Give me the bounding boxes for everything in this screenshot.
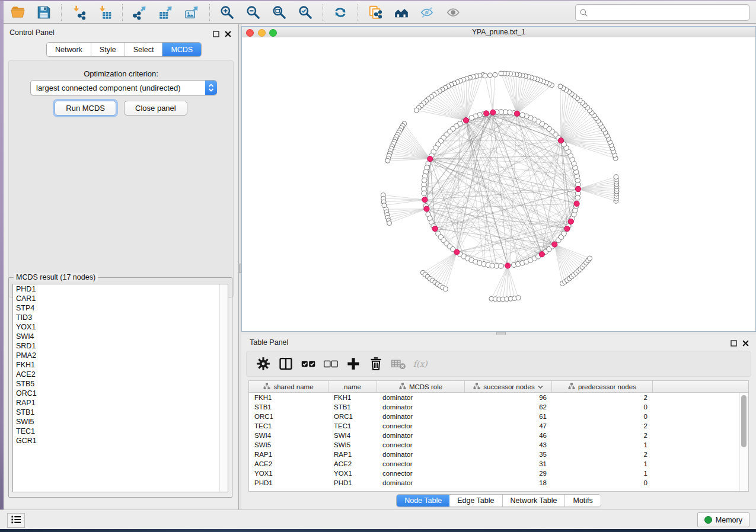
attribute-browser-button[interactable] [390,3,413,22]
table-cell[interactable]: 0 [552,413,653,420]
export-image-button[interactable] [180,3,204,22]
table-cell[interactable]: YOX1 [328,470,377,477]
table-scrollbar-thumb[interactable] [741,395,747,447]
table-cell[interactable]: 29 [465,470,552,477]
table-row[interactable]: SWI5SWI5connector431 [249,440,748,450]
table-cell[interactable]: connector [377,441,465,448]
float-table-panel-icon[interactable] [731,338,737,349]
table-cell[interactable]: 43 [465,441,552,448]
table-row[interactable]: TEC1TEC1connector472 [249,421,748,431]
zoom-fit-button[interactable] [267,3,291,22]
table-cell[interactable]: 31 [465,460,552,467]
tab-mcds[interactable]: MCDS [162,43,201,56]
table-cell[interactable]: dominator [377,479,465,486]
deselect-all-button[interactable] [323,355,339,373]
run-mcds-button[interactable]: Run MCDS [55,101,116,116]
mcds-result-item[interactable]: PMA2 [13,351,228,360]
network-canvas[interactable] [242,37,755,331]
add-row-button[interactable] [345,355,362,373]
tab-select[interactable]: Select [125,43,163,56]
network-from-selection-button[interactable] [363,3,387,22]
export-network-button[interactable] [128,3,152,22]
columns-button[interactable] [277,355,294,373]
close-panel-icon[interactable] [225,29,231,40]
refresh-button[interactable] [328,3,352,22]
table-cell[interactable]: YOX1 [249,470,328,477]
zoom-in-button[interactable] [215,3,239,22]
table-cell[interactable]: dominator [377,403,465,411]
table-cell[interactable]: ACE2 [249,460,328,467]
mcds-result-item[interactable]: YOX1 [13,322,228,332]
hide-flagged-button[interactable] [416,3,439,22]
table-row[interactable]: SWI4SWI4dominator462 [249,431,748,440]
mcds-result-item[interactable]: STP4 [13,303,228,313]
mcds-result-item[interactable]: SRD1 [13,341,228,351]
table-cell[interactable]: 1 [552,470,653,477]
table-row[interactable]: PHD1PHD1dominator180 [249,478,748,488]
table-cell[interactable]: SWI4 [328,432,377,439]
export-table-button[interactable] [154,3,178,22]
table-cell[interactable]: RAP1 [328,451,377,458]
delete-row-button[interactable] [368,355,384,373]
table-cell[interactable]: 47 [465,422,552,430]
zoom-out-button[interactable] [241,3,265,22]
table-row[interactable]: STB1STB1dominator620 [249,402,748,412]
tab-motifs[interactable]: Motifs [565,495,600,507]
table-cell[interactable]: dominator [377,394,465,401]
zoom-selected-button[interactable] [294,3,317,22]
table-cell[interactable]: dominator [377,432,465,439]
table-cell[interactable]: 0 [552,479,653,486]
search-input[interactable] [591,6,749,19]
table-cell[interactable]: ORC1 [328,413,377,420]
table-row[interactable]: ACE2ACE2connector311 [249,459,748,469]
table-cell[interactable]: dominator [377,413,465,420]
table-cell[interactable]: dominator [377,451,465,458]
table-cell[interactable]: connector [377,470,465,477]
tab-network-table[interactable]: Network Table [503,495,566,507]
table-scrollbar[interactable] [739,393,748,491]
table-cell[interactable]: STB1 [328,403,377,411]
mcds-list-scrollbar[interactable] [219,284,228,492]
mcds-result-list[interactable]: PHD1CAR1STP4TID3YOX1SWI4SRD1PMA2FKH1ACE2… [12,284,228,492]
mcds-result-item[interactable]: STB1 [13,408,228,417]
mcds-result-item[interactable]: GCR1 [13,436,228,446]
mcds-result-item[interactable]: RAP1 [13,398,228,408]
tab-node-table[interactable]: Node Table [397,495,449,507]
mcds-result-item[interactable]: STB5 [13,379,228,389]
table-cell[interactable]: 96 [465,394,552,401]
table-cell[interactable]: TEC1 [328,422,377,430]
close-table-panel-icon[interactable] [742,338,749,349]
gear-button[interactable] [255,355,272,373]
table-row[interactable]: RAP1RAP1dominator352 [249,450,748,459]
select-all-button[interactable] [300,355,317,373]
table-cell[interactable]: RAP1 [249,451,328,458]
table-cell[interactable]: 35 [465,451,552,458]
tab-network[interactable]: Network [47,43,91,56]
table-cell[interactable]: 1 [552,441,653,448]
table-cell[interactable]: 2 [552,432,653,439]
mcds-result-item[interactable]: ACE2 [13,370,228,379]
import-network-button[interactable] [67,3,91,22]
mcds-result-item[interactable]: CAR1 [13,294,228,303]
table-row[interactable]: ORC1ORC1dominator610 [249,412,748,421]
table-cell[interactable]: 0 [552,403,653,411]
import-table-button[interactable] [93,3,117,22]
network-window-titlebar[interactable]: YPA_prune.txt_1 [242,27,755,38]
mcds-result-item[interactable]: ORC1 [13,389,228,398]
search-box[interactable] [575,4,749,21]
table-cell[interactable]: SWI5 [249,441,328,448]
table-cell[interactable]: 62 [465,403,552,411]
mcds-result-item[interactable]: SWI5 [13,417,228,427]
table-cell[interactable]: connector [377,460,465,467]
table-cell[interactable]: 46 [465,432,552,439]
table-cell[interactable]: 2 [552,422,653,430]
memory-button[interactable]: Memory [697,512,749,527]
close-panel-button[interactable]: Close panel [124,101,187,116]
open-file-button[interactable] [6,3,30,22]
network-graph[interactable] [242,37,755,331]
table-cell[interactable]: 1 [552,460,653,467]
table-cell[interactable]: TEC1 [249,422,328,430]
table-cell[interactable]: ACE2 [328,460,377,467]
column-header-predecessor-nodes[interactable]: predecessor nodes [552,381,653,392]
table-cell[interactable]: PHD1 [328,479,377,486]
